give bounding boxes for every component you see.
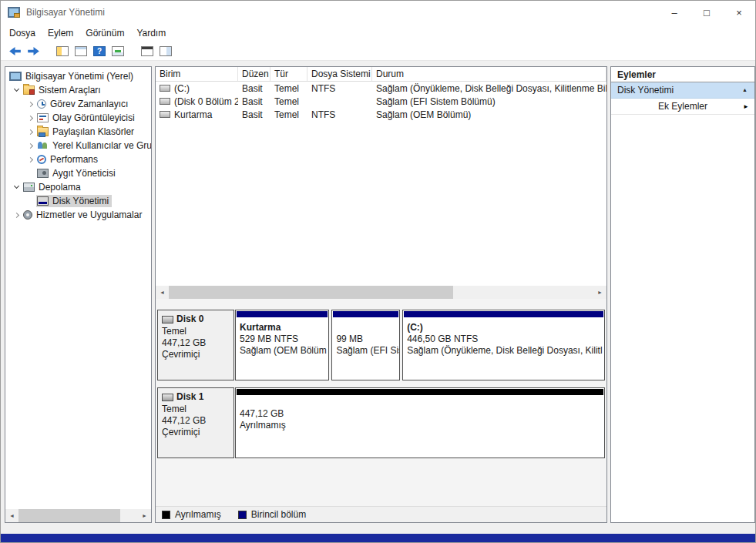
volume-icon <box>160 85 170 92</box>
export-list-icon <box>112 46 124 56</box>
back-button[interactable] <box>5 42 24 59</box>
menu-eylem[interactable]: Eylem <box>42 25 79 41</box>
partition-legend: Ayrılmamış Birincil bölüm <box>156 506 606 522</box>
disk-0-row: Disk 0 Temel 447,12 GB Çevrimiçi Kurtarm… <box>157 310 605 380</box>
forward-arrow-icon <box>28 47 39 55</box>
menu-dosya[interactable]: Dosya <box>3 25 42 41</box>
actions-panel: Eylemler Disk Yönetimi Ek Eylemler <box>610 66 755 523</box>
primary-partition-swatch <box>238 511 247 519</box>
menu-yardim[interactable]: Yardım <box>130 25 172 41</box>
properties-button[interactable] <box>72 42 90 59</box>
tree-item-device-manager[interactable]: Aygıt Yöneticisi <box>5 166 151 180</box>
shared-folders-icon <box>37 127 49 136</box>
tree-item-services-apps[interactable]: Hizmetler ve Uygulamalar <box>5 208 151 222</box>
scroll-right-button[interactable] <box>138 509 151 522</box>
scroll-left-button[interactable] <box>5 509 18 522</box>
chevron-collapsed-icon[interactable] <box>25 140 36 151</box>
menu-bar: Dosya Eylem Görünüm Yardım <box>1 24 755 42</box>
customize-view-icon <box>160 46 172 56</box>
export-list-button[interactable] <box>109 42 127 59</box>
scroll-thumb[interactable] <box>18 509 120 522</box>
task-scheduler-icon <box>37 99 46 109</box>
chevron-expanded-icon[interactable] <box>11 182 22 193</box>
tree-horizontal-scrollbar[interactable] <box>5 509 151 522</box>
toolbar <box>1 42 755 61</box>
volume-list-header: Birim Düzen Tür Dosya Sistemi Durum <box>156 67 606 82</box>
tree-item-local-users-groups[interactable]: Yerel Kullanıcılar ve Gru <box>5 139 151 153</box>
event-viewer-icon <box>37 113 49 122</box>
column-header-tur[interactable]: Tür <box>270 67 307 81</box>
chevron-collapsed-icon[interactable] <box>25 154 36 165</box>
computer-icon <box>9 72 22 81</box>
more-actions-item[interactable]: Ek Eylemler <box>611 99 754 115</box>
partition-c-drive[interactable]: (C:) 446,50 GB NTFS Sağlam (Önyükleme, D… <box>402 310 605 380</box>
column-header-duzen[interactable]: Düzen <box>238 67 270 81</box>
menu-gorunum[interactable]: Görünüm <box>79 25 130 41</box>
partition-color-bar <box>237 311 328 317</box>
volume-list: Birim Düzen Tür Dosya Sistemi Durum (C:)… <box>156 67 606 299</box>
back-arrow-icon <box>9 47 21 55</box>
volume-row-disk0-bolum2[interactable]: (Disk 0 Bölüm 2) Basit Temel Sağlam (EFI… <box>156 95 606 108</box>
volume-list-horizontal-scrollbar[interactable] <box>156 286 606 299</box>
forward-button[interactable] <box>24 42 42 59</box>
scroll-thumb[interactable] <box>169 286 453 299</box>
chevron-collapsed-icon[interactable] <box>25 112 36 123</box>
console-tree-panel: Bilgisayar Yönetimi (Yerel) Sistem Araçl… <box>5 66 152 523</box>
disk-icon <box>162 394 173 401</box>
close-button[interactable]: × <box>723 1 755 24</box>
unallocated-swatch <box>162 511 170 519</box>
maximize-button[interactable]: □ <box>690 1 723 24</box>
system-tools-icon <box>23 85 35 95</box>
services-icon <box>23 210 32 220</box>
show-hide-console-tree-button[interactable] <box>53 42 72 59</box>
chevron-collapsed-icon[interactable] <box>11 209 22 220</box>
tree-item-task-scheduler[interactable]: Görev Zamanlayıcı <box>5 97 151 111</box>
tree-item-computer-management-root[interactable]: Bilgisayar Yönetimi (Yerel) <box>5 69 151 83</box>
tree-item-storage[interactable]: Depolama <box>5 180 151 194</box>
column-header-dosya-sistemi[interactable]: Dosya Sistemi <box>307 67 372 81</box>
partition-color-bar <box>237 389 603 395</box>
scroll-left-button[interactable] <box>156 286 169 299</box>
chevron-collapsed-icon[interactable] <box>25 126 36 137</box>
details-panel: Birim Düzen Tür Dosya Sistemi Durum (C:)… <box>155 66 607 523</box>
legend-unallocated: Ayrılmamış <box>162 509 221 520</box>
help-button[interactable] <box>90 42 109 59</box>
customize-view-button[interactable] <box>156 42 175 59</box>
show-hide-action-pane-button[interactable] <box>138 42 156 59</box>
partition-efi-system[interactable]: 99 MB Sağlam (EFI Sis <box>331 310 400 380</box>
help-icon <box>93 46 106 56</box>
partition-color-bar <box>333 311 398 317</box>
disk-1-header[interactable]: Disk 1 Temel 447,12 GB Çevrimiçi <box>157 387 234 458</box>
disk-management-icon <box>37 196 49 206</box>
chevron-collapsed-icon[interactable] <box>25 99 36 109</box>
tree-item-system-tools[interactable]: Sistem Araçları <box>5 83 151 97</box>
console-tree-icon <box>56 46 69 56</box>
partition-kurtarma[interactable]: Kurtarma 529 MB NTFS Sağlam (OEM Bölüm <box>235 310 329 380</box>
column-header-birim[interactable]: Birim <box>156 67 238 81</box>
action-pane-icon <box>141 46 153 56</box>
column-header-durum[interactable]: Durum <box>372 67 606 81</box>
device-manager-icon <box>37 169 49 178</box>
actions-panel-title: Eylemler <box>611 67 754 82</box>
tree-item-event-viewer[interactable]: Olay Görüntüleyicisi <box>5 111 151 125</box>
chevron-expanded-icon[interactable] <box>11 85 22 96</box>
storage-icon <box>23 183 35 192</box>
disk-icon <box>162 316 173 323</box>
bottom-edge-strip <box>1 534 755 542</box>
actions-group-disk-management[interactable]: Disk Yönetimi <box>611 82 754 99</box>
scroll-right-button[interactable] <box>593 286 606 299</box>
properties-icon <box>75 46 87 56</box>
disk-0-header[interactable]: Disk 0 Temel 447,12 GB Çevrimiçi <box>157 310 234 380</box>
console-tree: Bilgisayar Yönetimi (Yerel) Sistem Araçl… <box>5 67 151 222</box>
graphical-disk-view: Disk 0 Temel 447,12 GB Çevrimiçi Kurtarm… <box>156 299 606 522</box>
volume-icon <box>160 111 170 118</box>
partition-unallocated[interactable]: 447,12 GB Ayrılmamış <box>235 387 605 458</box>
legend-primary-partition: Birincil bölüm <box>238 509 306 520</box>
minimize-button[interactable]: – <box>658 1 690 24</box>
selected-tree-item-highlight: Disk Yönetimi <box>36 195 112 207</box>
tree-item-performance[interactable]: Performans <box>5 153 151 166</box>
volume-row-c[interactable]: (C:) Basit Temel NTFS Sağlam (Önyükleme,… <box>156 82 606 95</box>
tree-item-shared-folders[interactable]: Paylaşılan Klasörler <box>5 125 151 139</box>
tree-item-disk-management[interactable]: Disk Yönetimi <box>5 194 151 208</box>
volume-row-kurtarma[interactable]: Kurtarma Basit Temel NTFS Sağlam (OEM Bö… <box>156 108 606 121</box>
